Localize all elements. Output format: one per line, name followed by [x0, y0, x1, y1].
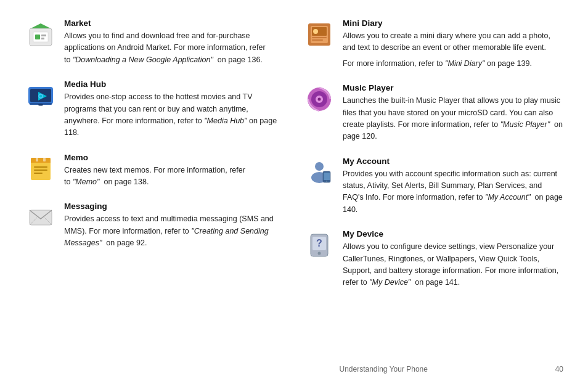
mediahub-desc: Provides one-stop access to the hottest … — [64, 91, 285, 139]
entry-mydevice: ? My Device Allows you to configure devi… — [303, 229, 563, 289]
svg-text:?: ? — [316, 238, 322, 248]
myaccount-title: My Account — [343, 157, 563, 166]
entry-memo: Memo Creates new text memos. For more in… — [25, 153, 285, 189]
messaging-title: Messaging — [64, 202, 285, 211]
minidiary-desc: Allows you to create a mini diary where … — [343, 30, 563, 54]
svg-point-37 — [326, 181, 327, 182]
svg-rect-16 — [34, 169, 47, 171]
myaccount-desc: Provides you with account specific infor… — [343, 168, 563, 216]
mediahub-title: Media Hub — [64, 80, 285, 89]
page: Market Allows you to find and download f… — [0, 0, 588, 392]
svg-point-40 — [318, 252, 321, 255]
svg-rect-28 — [312, 39, 323, 41]
minidiary-text: Mini Diary Allows you to create a mini d… — [343, 18, 563, 70]
entry-messaging: Messaging Provides access to text and mu… — [25, 202, 285, 249]
memo-desc: Creates new text memos. For more informa… — [64, 165, 285, 189]
svg-rect-14 — [31, 161, 51, 163]
svg-rect-3 — [35, 35, 40, 39]
messaging-icon — [25, 202, 57, 234]
columns: Market Allows you to find and download f… — [25, 18, 563, 360]
memo-icon — [25, 153, 57, 185]
entry-market: Market Allows you to find and download f… — [25, 18, 285, 66]
svg-rect-4 — [41, 35, 46, 36]
svg-point-11 — [38, 104, 43, 106]
mydevice-icon: ? — [303, 229, 335, 261]
messaging-text: Messaging Provides access to text and mu… — [64, 202, 285, 249]
footer: Understanding Your Phone 40 — [25, 360, 563, 374]
messaging-desc: Provides access to text and multimedia m… — [64, 213, 285, 249]
memo-title: Memo — [64, 153, 285, 162]
left-column: Market Allows you to find and download f… — [25, 18, 285, 360]
market-desc: Allows you to find and download free and… — [64, 30, 285, 66]
entry-myaccount: My Account Provides you with account spe… — [303, 157, 563, 216]
market-title: Market — [64, 18, 285, 28]
minidiary-title: Mini Diary — [343, 18, 563, 28]
svg-point-32 — [318, 98, 321, 101]
memo-text: Memo Creates new text memos. For more in… — [64, 153, 285, 189]
entry-mediahub: Media Hub Provides one-stop access to th… — [25, 80, 285, 139]
entry-minidiary: Mini Diary Allows you to create a mini d… — [303, 18, 563, 70]
svg-rect-18 — [36, 158, 38, 161]
svg-marker-1 — [31, 23, 51, 28]
svg-rect-5 — [41, 38, 44, 39]
svg-rect-17 — [34, 173, 43, 174]
musicplayer-title: Music Player — [343, 83, 563, 92]
market-text: Market Allows you to find and download f… — [64, 18, 285, 66]
svg-point-33 — [315, 162, 324, 171]
footer-left: Understanding Your Phone — [339, 365, 427, 374]
svg-point-26 — [313, 29, 318, 34]
mediahub-text: Media Hub Provides one-stop access to th… — [64, 80, 285, 139]
svg-rect-36 — [324, 173, 330, 180]
footer-right: 40 — [555, 365, 563, 374]
svg-rect-27 — [312, 37, 327, 38]
musicplayer-desc: Launches the built-in Music Player that … — [343, 95, 563, 143]
minidiary-desc2: For more information, refer to "Mini Dia… — [343, 58, 563, 70]
right-column: Mini Diary Allows you to create a mini d… — [303, 18, 563, 360]
myaccount-icon — [303, 157, 335, 189]
mediahub-icon — [25, 80, 57, 112]
svg-rect-19 — [43, 158, 46, 161]
myaccount-text: My Account Provides you with account spe… — [343, 157, 563, 216]
minidiary-icon — [303, 18, 335, 51]
mydevice-desc: Allows you to configure device settings,… — [343, 241, 563, 289]
mydevice-text: My Device Allows you to configure device… — [343, 229, 563, 289]
musicplayer-icon — [303, 83, 335, 115]
entry-musicplayer: Music Player Launches the built-in Music… — [303, 83, 563, 143]
musicplayer-text: Music Player Launches the built-in Music… — [343, 83, 563, 143]
mydevice-title: My Device — [343, 229, 563, 239]
svg-rect-15 — [34, 166, 47, 168]
market-icon — [25, 18, 57, 51]
